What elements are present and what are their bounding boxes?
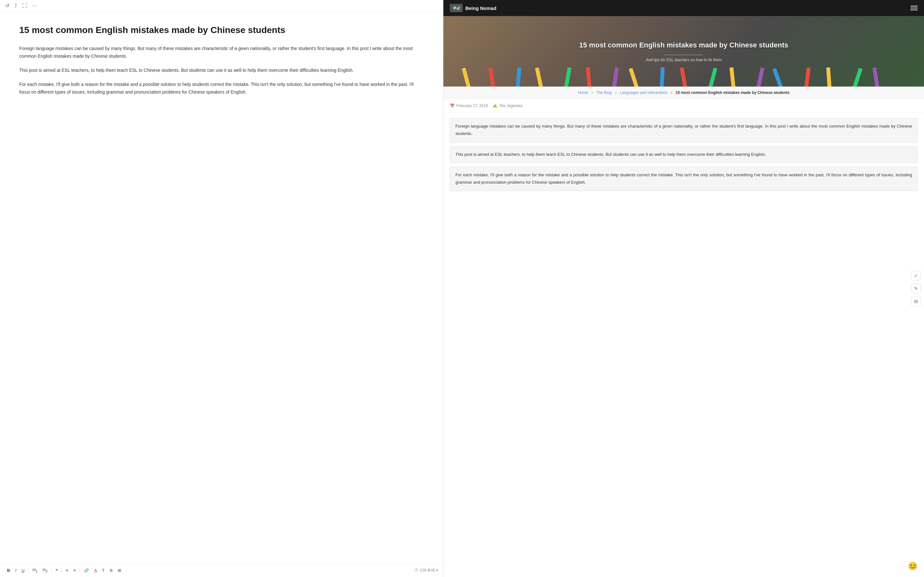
side-icons-panel: ✓ ✎ ⊟	[911, 271, 921, 306]
meta-author-item: ✍ Ola Jagielska	[493, 103, 522, 108]
author-icon: ✍	[493, 103, 498, 108]
breadcrumb-sep-3: »	[670, 90, 672, 95]
breadcrumb-sep-1: »	[591, 90, 594, 95]
bold-button[interactable]: B	[5, 567, 12, 574]
pencils-decoration	[443, 61, 924, 87]
word-count-display: ⏱ 129 单词 ▾	[415, 568, 438, 573]
text-edit-icon-button[interactable]: ✎	[911, 284, 921, 293]
article-paragraph-3: For each mistake, I'll give both a reaso…	[450, 167, 918, 191]
article-meta: 📅 February 17, 2019 ✍ Ola Jagielska	[443, 99, 924, 113]
editor-body[interactable]: Foreign language mistakes can be caused …	[19, 45, 424, 96]
hamburger-line-3	[911, 10, 918, 10]
site-logo: 🌍🏕 Being Nomad	[450, 4, 496, 12]
stack-icon-button[interactable]: ⊟	[911, 297, 921, 306]
text-color-button[interactable]: A	[92, 567, 99, 574]
word-count-text: 129 单词	[420, 568, 435, 573]
editor-top-toolbar: ↺ ⤴ ⛶ ···	[0, 0, 443, 11]
breadcrumb-home[interactable]: Home	[578, 90, 588, 95]
hero-title: 15 most common English mistakes made by …	[569, 40, 798, 50]
hero-subtitle: And tips for ESL teachers on how to fix …	[646, 58, 722, 62]
heading1-button[interactable]: H1	[31, 566, 39, 574]
toolbar-separator-3	[61, 568, 62, 573]
link-button[interactable]: 🔗	[82, 567, 91, 574]
editor-panel: ↺ ⤴ ⛶ ··· 15 most common English mistake…	[0, 0, 443, 577]
list-ordered-button[interactable]: ≡	[64, 567, 70, 574]
strikethrough-button[interactable]: S	[108, 567, 115, 574]
logo-icon: 🌍🏕	[450, 4, 463, 12]
word-count-icon: ⏱	[415, 568, 418, 572]
breadcrumb-current: 15 most common English mistakes made by …	[676, 90, 790, 95]
refresh-icon[interactable]: ↺	[5, 3, 9, 9]
calendar-icon: 📅	[450, 103, 455, 108]
toolbar-separator-1	[28, 568, 29, 573]
editor-title: 15 most common English mistakes made by …	[19, 24, 424, 36]
hamburger-menu[interactable]	[911, 6, 918, 10]
meta-author: Ola Jagielska	[499, 103, 522, 108]
breadcrumb-category[interactable]: Languages and Interactions	[620, 90, 667, 95]
image-button[interactable]: ⊞	[116, 567, 123, 574]
editor-paragraph-2: This post is aimed at ESL teachers, to h…	[19, 67, 424, 74]
hero-section: 15 most common English mistakes made by …	[443, 16, 924, 87]
underline-button[interactable]: U	[19, 567, 26, 574]
check-icon-button[interactable]: ✓	[911, 271, 921, 280]
hamburger-line-2	[911, 8, 918, 8]
article-paragraph-2: This post is aimed at ESL teachers, to h…	[450, 146, 918, 163]
breadcrumb-bar: Home » The Blog » Languages and Interact…	[443, 87, 924, 99]
editor-paragraph-1: Foreign language mistakes can be caused …	[19, 45, 424, 60]
word-count-chevron[interactable]: ▾	[436, 568, 438, 572]
editor-content[interactable]: 15 most common English mistakes made by …	[0, 11, 443, 563]
table-button[interactable]: T	[100, 567, 107, 574]
breadcrumb-sep-2: »	[615, 90, 617, 95]
meta-date-item: 📅 February 17, 2019	[450, 103, 488, 108]
site-header: 🌍🏕 Being Nomad	[443, 0, 924, 16]
emoji-feedback-button[interactable]: 😊	[908, 562, 918, 571]
heading2-button[interactable]: H2	[41, 566, 49, 574]
list-unordered-button[interactable]: ≡	[71, 567, 78, 574]
toolbar-separator-2	[51, 568, 52, 573]
italic-button[interactable]: I	[13, 567, 18, 574]
editor-bottom-toolbar: B I U H1 H2 ❝ ≡ ≡ 🔗 A T S ⊞ ⏱ 129 单词 ▾	[0, 563, 443, 577]
toolbar-separator-4	[79, 568, 80, 573]
share-icon[interactable]: ⤴	[15, 3, 17, 9]
more-icon[interactable]: ···	[32, 3, 37, 9]
article-body: Foreign language mistakes can be caused …	[443, 113, 924, 200]
preview-panel: 🌍🏕 Being Nomad	[443, 0, 924, 577]
article-paragraph-1: Foreign language mistakes can be caused …	[450, 118, 918, 142]
editor-paragraph-3: For each mistake, I'll give both a reaso…	[19, 81, 424, 96]
quote-button[interactable]: ❝	[53, 567, 60, 574]
meta-date: February 17, 2019	[456, 103, 488, 108]
breadcrumb-blog[interactable]: The Blog	[596, 90, 612, 95]
hamburger-line-1	[911, 6, 918, 6]
site-name: Being Nomad	[465, 5, 496, 11]
expand-icon[interactable]: ⛶	[22, 3, 27, 9]
hero-background: 15 most common English mistakes made by …	[443, 16, 924, 87]
